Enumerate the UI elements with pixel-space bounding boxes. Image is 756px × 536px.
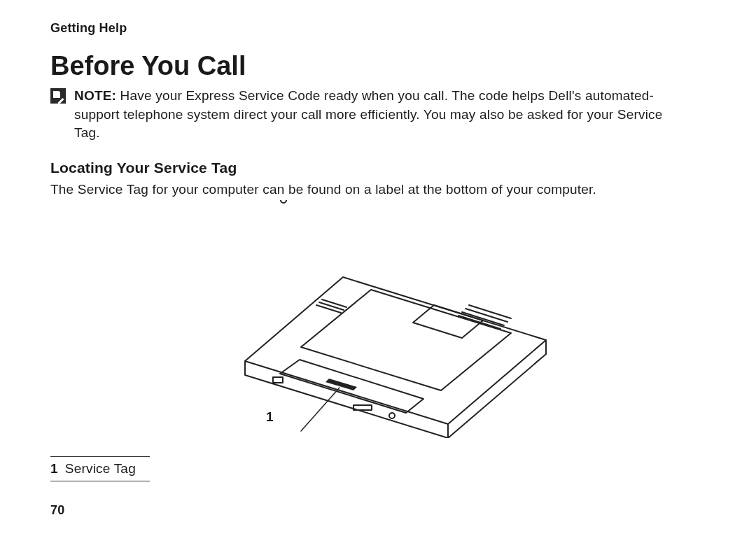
svg-line-6 <box>316 305 341 313</box>
page-number: 70 <box>50 503 64 518</box>
manual-page: Getting Help Before You Call NOTE: Have … <box>0 0 756 536</box>
legend: 1 Service Tag <box>50 456 706 481</box>
svg-point-9 <box>389 413 395 418</box>
page-title: Before You Call <box>50 51 706 81</box>
legend-row: 1 Service Tag <box>50 456 150 481</box>
note-text: NOTE: Have your Express Service Code rea… <box>74 87 690 143</box>
legend-label: Service Tag <box>65 461 136 477</box>
diagram-callout-1: 1 <box>266 409 274 425</box>
svg-line-4 <box>322 299 346 307</box>
section-header: Getting Help <box>50 21 706 36</box>
svg-point-10 <box>281 200 286 203</box>
note-body: Have your Express Service Code ready whe… <box>74 88 663 140</box>
laptop-bottom-diagram-icon <box>182 200 574 441</box>
svg-line-5 <box>319 302 344 310</box>
legend-num: 1 <box>50 461 58 477</box>
note-block: NOTE: Have your Express Service Code rea… <box>50 87 706 143</box>
body-text: The Service Tag for your computer can be… <box>50 181 706 199</box>
diagram-container: 1 <box>50 200 706 441</box>
subheading: Locating Your Service Tag <box>50 160 706 176</box>
note-label: NOTE: <box>74 88 116 103</box>
document-pencil-icon <box>50 88 66 104</box>
svg-rect-7 <box>273 377 283 383</box>
